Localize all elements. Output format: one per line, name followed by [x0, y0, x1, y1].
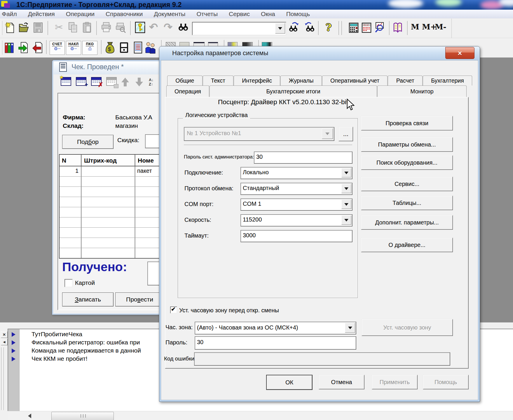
- scrollbar-left-arrow[interactable]: [28, 414, 31, 418]
- table-row[interactable]: [60, 207, 175, 217]
- description-book-icon[interactable]: [392, 21, 403, 34]
- com-port-combobox[interactable]: COM 1: [240, 198, 353, 211]
- report-document-icon[interactable]: [132, 41, 144, 54]
- find-next-icon[interactable]: [288, 21, 299, 34]
- menu-service[interactable]: Сервис: [229, 11, 250, 18]
- connection-combobox[interactable]: Локально: [240, 167, 353, 179]
- schet-icon[interactable]: СЧЕТ⚙┄: [50, 41, 65, 55]
- print-preview-icon[interactable]: [115, 21, 126, 34]
- copy-icon[interactable]: [68, 21, 78, 34]
- tab-operativny-uchet[interactable]: Оперативный учет: [322, 76, 388, 86]
- menu-help[interactable]: Помощь: [286, 11, 310, 18]
- table-row[interactable]: [60, 217, 175, 228]
- search-combobox[interactable]: [192, 22, 286, 35]
- nakl-icon[interactable]: НАКЛ⚙┄: [66, 41, 81, 55]
- chek-table[interactable]: N Штрих-код Номе 1пакет: [59, 154, 176, 259]
- table-row[interactable]: [60, 177, 175, 187]
- zapisat-button[interactable]: Записать: [62, 292, 114, 306]
- open-icon[interactable]: [18, 21, 29, 34]
- search-equipment-button[interactable]: Поиск оборудования...: [361, 155, 453, 170]
- sort-icon[interactable]: A↓Z↑: [149, 78, 159, 88]
- password-input[interactable]: 30: [195, 336, 356, 350]
- menu-file[interactable]: Файл: [2, 11, 17, 18]
- admin-password-input[interactable]: 30: [254, 151, 353, 164]
- apply-button[interactable]: Применить: [372, 375, 418, 389]
- table-row[interactable]: [60, 248, 175, 258]
- table-row[interactable]: [60, 197, 175, 207]
- move-up-icon[interactable]: [121, 78, 129, 88]
- tab-obschie[interactable]: Общие: [167, 76, 203, 86]
- cancel-button[interactable]: Отмена: [319, 375, 364, 389]
- menu-documents[interactable]: Документы: [154, 11, 185, 18]
- find-previous-icon[interactable]: [305, 21, 315, 34]
- timezone-dropdown-button[interactable]: [345, 323, 355, 333]
- com-port-dropdown-button[interactable]: [341, 200, 351, 209]
- log-item[interactable]: ТутПробитиеЧека: [32, 331, 82, 338]
- help-button[interactable]: Помощь: [423, 375, 469, 389]
- podbor-button[interactable]: Подбор: [62, 135, 114, 149]
- close-log-button[interactable]: ✕: [1, 331, 8, 338]
- device-dropdown-button[interactable]: [322, 128, 333, 139]
- add-row-icon[interactable]: +: [76, 77, 86, 86]
- menu-actions[interactable]: Действия: [28, 11, 55, 18]
- memory-button[interactable]: M: [411, 22, 419, 31]
- save-icon[interactable]: [33, 21, 43, 34]
- additional-params-button[interactable]: Дополнит. параметры...: [361, 215, 453, 230]
- log-item[interactable]: Команда не поддерживается в данной: [32, 347, 141, 354]
- scrollbar-thumb[interactable]: [51, 412, 114, 420]
- tab-zhurnaly[interactable]: Журналы: [280, 76, 322, 86]
- undo-icon[interactable]: ↶: [148, 21, 159, 34]
- error-code-input[interactable]: [194, 352, 450, 366]
- set-timezone-button[interactable]: Уст. часовую зону: [362, 319, 453, 336]
- dialog-titlebar[interactable]: Настройка параметров системы: [159, 46, 480, 60]
- speed-combobox[interactable]: 115200: [240, 214, 353, 226]
- money-bag-icon[interactable]: $: [104, 41, 116, 54]
- cash-drawer-icon[interactable]: [118, 41, 130, 54]
- tab-operaciya[interactable]: Операция: [166, 86, 209, 97]
- calculator-icon[interactable]: [348, 21, 359, 34]
- table-row[interactable]: 1пакет: [60, 166, 175, 177]
- help-icon[interactable]: ?: [323, 21, 334, 34]
- menu-references[interactable]: Справочники: [106, 11, 143, 18]
- tab-raschet[interactable]: Расчет: [388, 76, 422, 86]
- document-in-icon[interactable]: [18, 41, 29, 54]
- device-combobox[interactable]: № 1 Устройство №1: [184, 127, 334, 141]
- copy-row-icon[interactable]: [106, 77, 117, 86]
- tab-monitor[interactable]: Монитор: [377, 86, 467, 97]
- menu-operations[interactable]: Операции: [66, 11, 95, 18]
- pko-icon[interactable]: ПКО⎙: [82, 41, 97, 55]
- ok-button[interactable]: ОК: [266, 375, 313, 390]
- people-icon[interactable]: [145, 41, 156, 54]
- app-titlebar[interactable]: 1С:Предприятие - Торговля+Склад, редакци…: [0, 0, 513, 10]
- document-out-icon[interactable]: [32, 41, 43, 54]
- log-item[interactable]: Чек ККМ не пробит!: [32, 355, 88, 362]
- search-dropdown-button[interactable]: [275, 23, 285, 34]
- tables-button[interactable]: Таблицы...: [361, 196, 453, 210]
- tab-interfeys[interactable]: Интерфейс: [234, 76, 280, 86]
- connection-dropdown-button[interactable]: [341, 168, 351, 177]
- protocol-combobox[interactable]: Стандартный: [240, 183, 353, 195]
- monitor-key-icon[interactable]: [135, 21, 145, 34]
- new-row-icon[interactable]: ✶: [61, 77, 71, 86]
- tab-tekst[interactable]: Текст: [203, 76, 234, 86]
- about-driver-button[interactable]: О драйвере...: [361, 238, 453, 252]
- find-icon[interactable]: [178, 21, 189, 34]
- protocol-dropdown-button[interactable]: [341, 184, 351, 193]
- timezone-combobox[interactable]: (Авто) - Часовая зона из ОС (МСК+4): [195, 322, 356, 334]
- cut-icon[interactable]: ✂: [54, 21, 64, 34]
- horizontal-scrollbar[interactable]: [8, 411, 513, 420]
- timezone-checkbox[interactable]: ✔: [170, 306, 177, 313]
- exchange-params-button[interactable]: Параметры обмена...: [361, 137, 453, 152]
- scroll-left-button[interactable]: ◄: [1, 339, 8, 345]
- tab-buhgalterskie-itogi[interactable]: Бухгалтерские итоги: [210, 86, 377, 97]
- close-button[interactable]: x: [445, 47, 474, 59]
- toolbar-grip[interactable]: [1, 41, 2, 55]
- memory-plus-button[interactable]: M+: [422, 22, 437, 31]
- paste-icon[interactable]: [82, 21, 92, 34]
- table-row[interactable]: [60, 238, 175, 248]
- move-down-icon[interactable]: [135, 78, 143, 88]
- redo-icon[interactable]: ↷: [163, 21, 173, 34]
- timeout-input[interactable]: 3000: [240, 230, 353, 242]
- menu-reports[interactable]: Отчеты: [196, 11, 218, 18]
- ellipsis-button[interactable]: ...: [338, 127, 353, 141]
